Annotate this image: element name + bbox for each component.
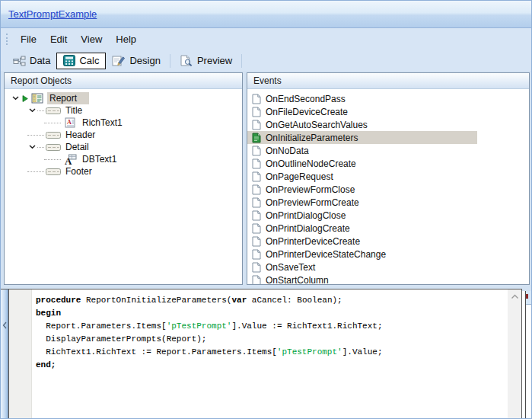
- event-page-icon: [251, 249, 261, 260]
- cropped-right-panel-header: [526, 291, 531, 305]
- tab-data[interactable]: Data: [7, 53, 56, 69]
- event-item-label: OnStartColumn: [266, 275, 329, 285]
- event-item-label: OnFileDeviceCreate: [266, 107, 348, 117]
- tab-calc-label: Calc: [79, 55, 99, 66]
- event-item-onsavetext[interactable]: OnSaveText: [247, 261, 477, 273]
- code-line[interactable]: DisplayParameterPrompts(Report);: [36, 333, 508, 346]
- event-page-icon: [251, 158, 261, 169]
- tab-preview[interactable]: Preview: [174, 53, 238, 69]
- event-item-onpagerequest[interactable]: OnPageRequest: [247, 170, 477, 183]
- editor-collapse-splitter[interactable]: [1, 289, 8, 419]
- chevron-down-icon[interactable]: [11, 96, 21, 101]
- event-page-icon: [251, 210, 261, 221]
- tree-item-header[interactable]: Header: [5, 129, 242, 141]
- event-item-onendsecondpass[interactable]: OnEndSecondPass: [247, 92, 477, 105]
- run-arrow-icon: [21, 95, 29, 102]
- tab-design[interactable]: Design: [106, 53, 166, 69]
- event-page-icon: [251, 262, 261, 273]
- event-item-onoutlinenodecreate[interactable]: OnOutlineNodeCreate: [247, 157, 477, 170]
- event-item-onstartcolumn[interactable]: OnStartColumn: [247, 273, 477, 284]
- event-item-oninitializeparameters[interactable]: OnInitializeParameters: [247, 131, 477, 144]
- band-icon: [46, 132, 61, 139]
- code-keyword-token: begin: [36, 309, 61, 318]
- event-item-onpreviewformclose[interactable]: OnPreviewFormClose: [247, 183, 477, 196]
- tree-item-dbtext1[interactable]: ADBText1: [5, 153, 242, 165]
- code-token: DisplayParameterPrompts(Report);: [36, 334, 206, 344]
- event-item-label: OnEndSecondPass: [266, 94, 346, 104]
- event-item-label: OnSaveText: [266, 262, 315, 273]
- band-icon: [46, 168, 61, 175]
- design-icon: [112, 55, 126, 66]
- event-page-icon: [251, 184, 261, 195]
- code-keyword-token: procedure: [36, 296, 86, 305]
- code-line[interactable]: Report.Parameters.Items['pTestPrompt'].V…: [36, 320, 508, 333]
- event-item-onprintdialogcreate[interactable]: OnPrintDialogCreate: [247, 222, 477, 235]
- event-item-label: OnPrinterDeviceCreate: [266, 236, 360, 247]
- tree-connector: [37, 110, 44, 111]
- toolbar-grip-handle[interactable]: [6, 34, 8, 45]
- events-panel: Events OnEndSecondPassOnFileDeviceCreate…: [247, 72, 530, 285]
- menu-help[interactable]: Help: [109, 32, 143, 46]
- event-item-onprintdialogclose[interactable]: OnPrintDialogClose: [247, 209, 477, 222]
- tree-item-label: Title: [63, 104, 84, 117]
- tree-item-label: DBText1: [80, 153, 119, 165]
- chevron-left-icon[interactable]: [2, 321, 7, 329]
- code-token: RichText1.RichText := Report.Parameters.…: [36, 347, 277, 357]
- tree-connector: [44, 123, 61, 123]
- event-item-onprinterdevicestatechange[interactable]: OnPrinterDeviceStateChange: [247, 248, 477, 261]
- menu-edit[interactable]: Edit: [43, 32, 74, 46]
- code-keyword-token: var: [231, 296, 247, 305]
- event-item-onnodata[interactable]: OnNoData: [247, 144, 477, 157]
- event-page-icon: [251, 146, 261, 156]
- chevron-up-icon[interactable]: [511, 294, 519, 299]
- event-item-ongetautosearchvalues[interactable]: OnGetAutoSearchValues: [247, 118, 477, 131]
- event-page-icon: [251, 223, 261, 234]
- code-gutter: [9, 289, 32, 419]
- tree-item-footer[interactable]: Footer: [5, 165, 242, 178]
- main-panels: Report Objects ReportTitleARichText1Head…: [1, 71, 531, 286]
- event-item-label: OnOutlineNodeCreate: [266, 158, 356, 169]
- chevron-down-icon[interactable]: [27, 145, 37, 149]
- event-item-label: OnPreviewFormClose: [266, 184, 355, 195]
- tree-item-richtext1[interactable]: ARichText1: [5, 117, 242, 129]
- code-string-token: 'pTestPrompt': [167, 321, 232, 331]
- tab-preview-label: Preview: [197, 55, 232, 66]
- tab-separator: [170, 54, 170, 68]
- tree-connector: [27, 135, 44, 136]
- report-objects-header: Report Objects: [5, 73, 242, 89]
- menu-file[interactable]: File: [14, 32, 43, 46]
- event-page-green-icon: [251, 133, 261, 143]
- event-item-label: OnPageRequest: [266, 171, 333, 182]
- code-line[interactable]: procedure ReportOnInitializeParameters(v…: [36, 294, 508, 307]
- cropped-right-panel-edge: [525, 291, 531, 419]
- events-list[interactable]: OnEndSecondPassOnFileDeviceCreateOnGetAu…: [247, 89, 529, 284]
- tab-data-label: Data: [30, 55, 50, 66]
- calc-icon: [63, 55, 75, 66]
- event-item-label: OnPrinterDeviceStateChange: [266, 249, 386, 260]
- code-token: ].Value := RichText1.RichText;: [231, 321, 382, 331]
- code-line[interactable]: RichText1.RichText := Report.Parameters.…: [36, 346, 508, 359]
- code-vertical-scrollbar[interactable]: [508, 289, 521, 419]
- event-item-onpreviewformcreate[interactable]: OnPreviewFormCreate: [247, 196, 477, 209]
- tab-calc[interactable]: Calc: [56, 53, 106, 69]
- code-editor-area: procedure ReportOnInitializeParameters(v…: [1, 286, 531, 419]
- tree-item-title[interactable]: Title: [5, 104, 242, 117]
- event-item-label: OnGetAutoSearchValues: [266, 120, 368, 130]
- code-line[interactable]: end;: [36, 359, 508, 372]
- tree-item-detail[interactable]: Detail: [5, 141, 242, 153]
- menu-view[interactable]: View: [74, 32, 109, 46]
- tree-connector: [44, 159, 61, 160]
- chevron-down-icon[interactable]: [27, 108, 37, 113]
- tree-item-label: Report: [47, 92, 89, 104]
- svg-text:A: A: [67, 119, 72, 126]
- event-page-icon: [251, 171, 261, 182]
- event-item-onprinterdevicecreate[interactable]: OnPrinterDeviceCreate: [247, 235, 477, 248]
- event-item-onfiledevicecreate[interactable]: OnFileDeviceCreate: [247, 105, 477, 118]
- richtext-icon: A: [62, 117, 78, 128]
- code-line[interactable]: begin: [36, 307, 508, 320]
- tree-connector: [27, 171, 44, 172]
- report-objects-tree[interactable]: ReportTitleARichText1HeaderDetailADBText…: [5, 89, 242, 284]
- tree-item-report[interactable]: Report: [5, 92, 242, 104]
- report-objects-panel: Report Objects ReportTitleARichText1Head…: [4, 72, 243, 285]
- code-editor[interactable]: procedure ReportOnInitializeParameters(v…: [32, 289, 508, 419]
